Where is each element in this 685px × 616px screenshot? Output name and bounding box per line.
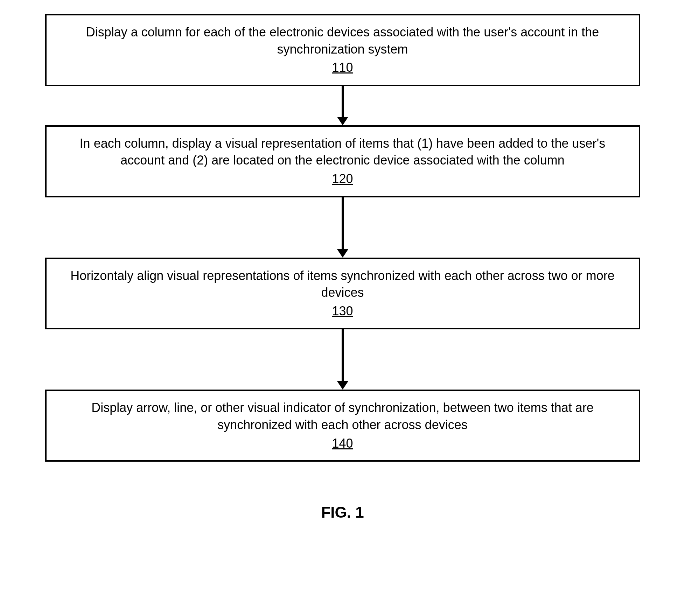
step-text: Display a column for each of the electro… xyxy=(61,24,625,58)
step-number: 120 xyxy=(332,170,353,188)
arrow-icon xyxy=(337,329,348,390)
step-number: 130 xyxy=(332,303,353,320)
flow-step-120: In each column, display a visual represe… xyxy=(45,125,640,197)
step-text: Horizontaly align visual representations… xyxy=(61,267,625,301)
step-number: 110 xyxy=(332,59,353,76)
flowchart-container: Display a column for each of the electro… xyxy=(45,14,640,462)
arrow-icon xyxy=(337,86,348,125)
step-text: In each column, display a visual represe… xyxy=(61,135,625,169)
figure-label: FIG. 1 xyxy=(321,504,364,521)
step-number: 140 xyxy=(332,435,353,452)
step-text: Display arrow, line, or other visual ind… xyxy=(61,399,625,433)
flow-step-110: Display a column for each of the electro… xyxy=(45,14,640,86)
flow-step-140: Display arrow, line, or other visual ind… xyxy=(45,390,640,462)
arrow-icon xyxy=(337,197,348,258)
flow-step-130: Horizontaly align visual representations… xyxy=(45,258,640,330)
